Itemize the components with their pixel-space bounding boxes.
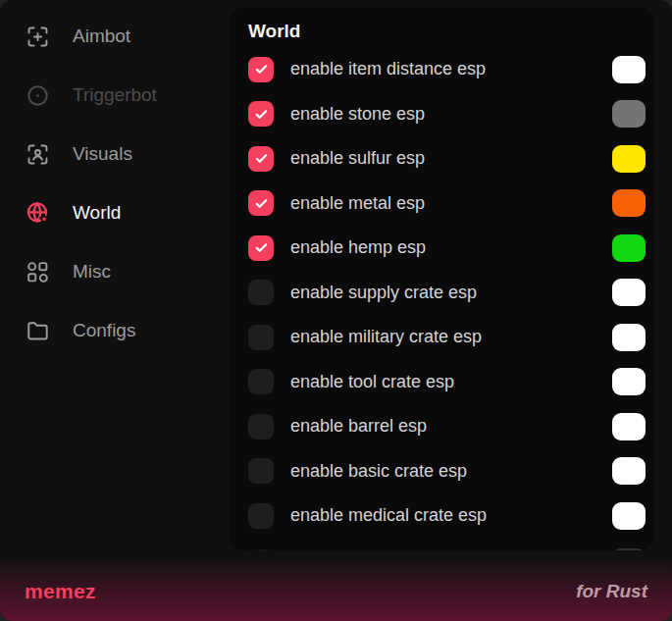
setting-label: enable hemp esp (290, 237, 426, 258)
color-swatch[interactable] (612, 548, 646, 550)
tagline-text: for Rust (576, 581, 647, 602)
sidebar-item-visuals[interactable]: Visuals (0, 125, 229, 183)
checkbox[interactable] (248, 101, 274, 127)
setting-label: enable item distance esp (290, 59, 486, 79)
checkbox[interactable] (248, 280, 274, 305)
sidebar-item-misc[interactable]: Misc (0, 242, 229, 301)
sidebar-item-world[interactable]: World (0, 183, 229, 242)
footer: memez for Rust (0, 561, 672, 621)
cheat-window: Aimbot Triggerbot Visuals World Misc Con… (0, 0, 672, 621)
panel-title: World (248, 20, 635, 43)
setting-row: enable military crate esp (229, 315, 654, 360)
sidebar-item-label: Triggerbot (73, 84, 157, 106)
check-icon (253, 150, 270, 167)
check-icon (253, 61, 270, 78)
color-swatch[interactable] (612, 502, 646, 530)
checkbox[interactable] (248, 190, 274, 216)
brand-text: memez (25, 580, 96, 603)
setting-label: enable basic crate esp (290, 461, 467, 482)
setting-row: enable medical crate esp (229, 493, 654, 539)
color-swatch[interactable] (612, 324, 646, 351)
color-swatch[interactable] (612, 234, 646, 262)
sidebar-item-label: Configs (73, 320, 135, 341)
checkbox[interactable] (248, 235, 274, 261)
settings-panel: World enable item distance esp enable st… (229, 8, 654, 550)
checkbox[interactable] (248, 503, 274, 529)
check-icon (253, 106, 270, 123)
setting-row: enable barrel esp (229, 404, 654, 449)
sidebar: Aimbot Triggerbot Visuals World Misc Con… (0, 0, 229, 561)
setting-row: enable hemp esp (229, 226, 654, 271)
checkbox[interactable] (248, 146, 274, 172)
sidebar-item-configs[interactable]: Configs (0, 301, 229, 360)
checkbox[interactable] (248, 325, 274, 350)
clipped-row (229, 540, 654, 550)
sidebar-item-triggerbot[interactable]: Triggerbot (0, 66, 229, 125)
setting-label: enable military crate esp (290, 327, 482, 347)
misc-icon (25, 259, 51, 285)
settings-rows: enable item distance esp enable stone es… (229, 47, 654, 539)
aimbot-icon (25, 24, 51, 50)
color-swatch[interactable] (612, 145, 646, 173)
setting-label: enable medical crate esp (290, 505, 487, 526)
setting-label: enable supply crate esp (290, 283, 477, 303)
setting-row: enable basic crate esp (229, 449, 654, 494)
setting-label: enable tool crate esp (290, 372, 454, 392)
setting-row: enable sulfur esp (229, 136, 654, 181)
setting-row: enable stone esp (229, 92, 654, 137)
color-swatch[interactable] (612, 413, 646, 440)
setting-row: enable tool crate esp (229, 360, 654, 405)
sidebar-item-label: World (73, 202, 121, 224)
color-swatch[interactable] (612, 279, 646, 306)
setting-row: enable item distance esp (229, 47, 654, 92)
sidebar-item-label: Misc (73, 261, 111, 283)
checkbox[interactable] (248, 57, 274, 82)
checkbox[interactable] (248, 549, 274, 550)
checkbox[interactable] (248, 458, 274, 484)
setting-label: enable metal esp (290, 193, 425, 214)
triggerbot-icon (25, 82, 51, 109)
sidebar-item-aimbot[interactable]: Aimbot (0, 7, 229, 66)
sidebar-item-label: Visuals (73, 143, 132, 165)
color-swatch[interactable] (612, 189, 646, 217)
setting-row: enable supply crate esp (229, 271, 654, 316)
checkbox[interactable] (248, 369, 274, 394)
color-swatch[interactable] (612, 368, 646, 395)
visuals-icon (25, 141, 51, 168)
world-icon (25, 200, 51, 227)
setting-label: enable stone esp (290, 104, 425, 125)
color-swatch[interactable] (612, 457, 646, 485)
checkbox[interactable] (248, 414, 274, 440)
setting-label: enable sulfur esp (290, 148, 425, 169)
color-swatch[interactable] (612, 100, 646, 128)
color-swatch[interactable] (612, 56, 646, 83)
configs-icon (25, 318, 51, 344)
setting-label: enable barrel esp (290, 416, 427, 437)
check-icon (253, 195, 270, 212)
sidebar-item-label: Aimbot (73, 26, 130, 47)
check-icon (253, 239, 270, 256)
setting-row: enable metal esp (229, 181, 654, 227)
